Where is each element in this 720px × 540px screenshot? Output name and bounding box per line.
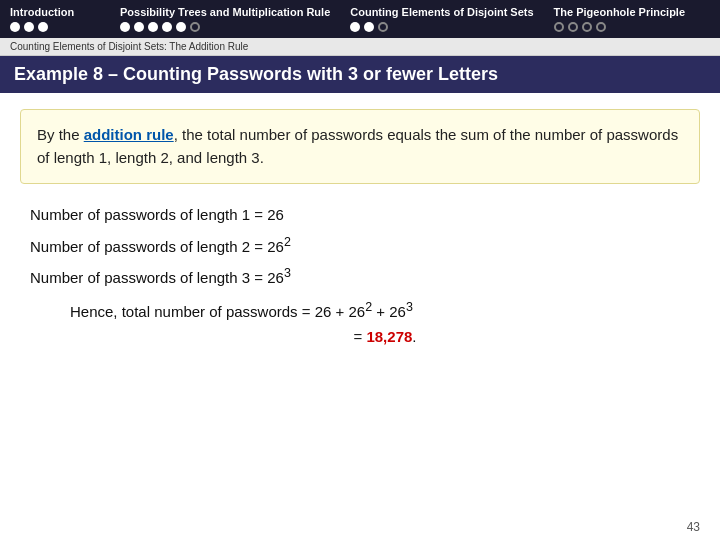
nav-dots-counting-elements (350, 22, 533, 32)
page-number: 43 (687, 520, 700, 534)
password-length-3: Number of passwords of length 3 = 263 (30, 263, 700, 291)
nav-dots-pigeonhole (554, 22, 685, 32)
addition-rule-link[interactable]: addition rule (84, 126, 174, 143)
password-length-1-text: Number of passwords of length 1 = 26 (30, 206, 284, 223)
nav-dot (364, 22, 374, 32)
result-value: 18,278 (366, 328, 412, 345)
result-line-1: Hence, total number of passwords = 26 + … (70, 297, 700, 325)
nav-dots-possibility-trees (120, 22, 330, 32)
nav-dot (582, 22, 592, 32)
nav-dot (148, 22, 158, 32)
sup-3: 3 (284, 266, 291, 280)
result-line-2: = 18,278. (70, 324, 700, 350)
breadcrumb-text: Counting Elements of Disjoint Sets: The … (10, 41, 248, 52)
nav-dot (190, 22, 200, 32)
nav-section-counting-elements-label: Counting Elements of Disjoint Sets (350, 6, 533, 18)
nav-dots-introduction (10, 22, 100, 32)
password-length-2: Number of passwords of length 2 = 262 (30, 232, 700, 260)
result-sup-2: 2 (365, 300, 372, 314)
nav-dot (554, 22, 564, 32)
nav-section-counting-elements[interactable]: Counting Elements of Disjoint Sets (350, 6, 553, 32)
nav-dot (596, 22, 606, 32)
nav-dot (134, 22, 144, 32)
nav-section-pigeonhole[interactable]: The Pigeonhole Principle (554, 6, 705, 32)
result-sup-3: 3 (406, 300, 413, 314)
main-content: By the addition rule, the total number o… (0, 93, 720, 360)
highlight-prefix: By the (37, 126, 84, 143)
nav-dot (162, 22, 172, 32)
result-period: . (412, 328, 416, 345)
nav-dot (120, 22, 130, 32)
highlight-box: By the addition rule, the total number o… (20, 109, 700, 184)
nav-dot (38, 22, 48, 32)
breadcrumb: Counting Elements of Disjoint Sets: The … (0, 38, 720, 56)
password-length-1: Number of passwords of length 1 = 26 (30, 202, 700, 228)
top-nav: Introduction Possibility Trees and Multi… (0, 0, 720, 38)
nav-dot (24, 22, 34, 32)
nav-dot (176, 22, 186, 32)
result-section: Hence, total number of passwords = 26 + … (20, 297, 700, 350)
result-equals: = (354, 328, 367, 345)
nav-dot (350, 22, 360, 32)
nav-section-introduction-label: Introduction (10, 6, 100, 18)
body-text: Number of passwords of length 1 = 26 Num… (20, 202, 700, 291)
page-number-text: 43 (687, 520, 700, 534)
nav-section-possibility-trees-label: Possibility Trees and Multiplication Rul… (120, 6, 330, 18)
password-length-2-text: Number of passwords of length 2 = 262 (30, 238, 291, 255)
nav-section-pigeonhole-label: The Pigeonhole Principle (554, 6, 685, 18)
nav-section-introduction[interactable]: Introduction (10, 6, 120, 32)
sup-2: 2 (284, 235, 291, 249)
section-title: Example 8 – Counting Passwords with 3 or… (14, 64, 498, 84)
nav-dot (10, 22, 20, 32)
nav-dot (568, 22, 578, 32)
section-title-bar: Example 8 – Counting Passwords with 3 or… (0, 56, 720, 93)
nav-dot (378, 22, 388, 32)
nav-section-possibility-trees[interactable]: Possibility Trees and Multiplication Rul… (120, 6, 350, 32)
password-length-3-text: Number of passwords of length 3 = 263 (30, 269, 291, 286)
result-prefix: Hence, total number of passwords = 26 + … (70, 303, 413, 320)
